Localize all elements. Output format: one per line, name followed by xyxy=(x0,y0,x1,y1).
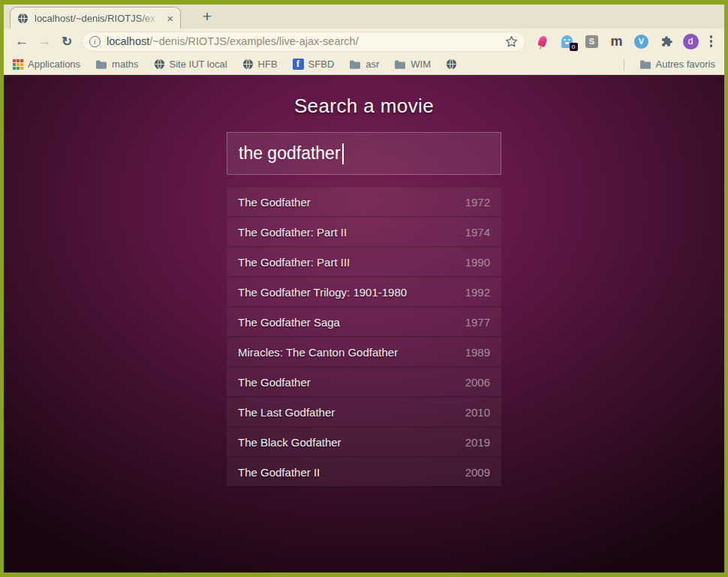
result-row[interactable]: The Godfather: Part II1974 xyxy=(227,216,501,246)
movie-title: The Godfather II xyxy=(238,466,320,479)
globe-icon xyxy=(154,59,165,70)
forward-button[interactable]: → xyxy=(34,31,55,52)
bookmark-item-hfb[interactable]: HFB xyxy=(242,59,278,70)
extension-badge: 0 xyxy=(570,43,578,51)
result-row[interactable]: The Black Godfather2019 xyxy=(227,426,501,456)
apps-grid-icon xyxy=(13,59,23,70)
folder-icon xyxy=(394,59,406,70)
movie-title: The Black Godfather xyxy=(238,436,341,449)
movie-search-input[interactable]: the godfather xyxy=(227,132,501,175)
result-row[interactable]: The Godfather1972 xyxy=(227,186,501,216)
pink-popsicle-extension-icon[interactable] xyxy=(534,32,551,50)
url-path: /~denis/RIOTJS/examples/live-ajax-search… xyxy=(149,35,358,47)
bookmarks-bar: ApplicationsmathsSite IUT localHFBfSFBDa… xyxy=(4,54,724,75)
movie-title: The Godfather xyxy=(238,376,311,389)
extension-icons: 0 S m V d xyxy=(531,32,717,50)
bookmark-label: maths xyxy=(112,59,138,70)
result-row[interactable]: The Godfather2006 xyxy=(227,366,501,396)
bookmark-label: asr xyxy=(366,59,379,70)
bookmark-star-icon[interactable] xyxy=(505,35,518,48)
movie-title: Miracles: The Canton Godfather xyxy=(238,346,398,359)
folder-icon xyxy=(95,59,107,70)
movie-title: The Godfather Saga xyxy=(238,316,340,329)
folder-icon xyxy=(639,59,651,70)
movie-year: 2010 xyxy=(465,406,490,419)
address-bar[interactable]: i localhost/~denis/RIOTJS/examples/live-… xyxy=(82,32,525,52)
tab-title: localhost/~denis/RIOTJS/ex xyxy=(35,13,161,24)
reload-button[interactable]: ↻ xyxy=(56,31,77,52)
result-row[interactable]: The Last Godfather2010 xyxy=(227,396,501,426)
movie-year: 2009 xyxy=(465,466,490,479)
bookmark-label: Site IUT local xyxy=(170,59,227,70)
tab-strip: localhost/~denis/RIOTJS/ex × + xyxy=(4,5,724,29)
browser-tab[interactable]: localhost/~denis/RIOTJS/ex × xyxy=(10,7,181,29)
other-bookmarks-label: Autres favoris xyxy=(656,59,715,70)
text-caret xyxy=(342,143,344,164)
back-button[interactable]: ← xyxy=(11,31,32,52)
new-tab-button[interactable]: + xyxy=(196,6,218,27)
browser-menu-icon[interactable] xyxy=(707,35,717,47)
result-row[interactable]: The Godfather Trilogy: 1901-19801992 xyxy=(227,276,501,306)
s-extension-icon[interactable]: S xyxy=(584,32,600,50)
url-text: localhost/~denis/RIOTJS/examples/live-aj… xyxy=(107,35,499,47)
bookmark-item-maths[interactable]: maths xyxy=(95,59,138,70)
movie-year: 1974 xyxy=(465,226,490,239)
m-extension-icon[interactable]: m xyxy=(609,32,625,50)
globe-icon xyxy=(242,59,254,70)
movie-year: 2006 xyxy=(465,376,490,389)
search-input-value: the godfather xyxy=(239,143,341,164)
movie-title: The Godfather xyxy=(238,196,311,209)
extensions-puzzle-icon[interactable] xyxy=(658,32,675,50)
bookmark-item-sfbd[interactable]: fSFBD xyxy=(293,59,335,70)
url-host: localhost xyxy=(107,35,149,47)
globe-icon xyxy=(446,59,457,70)
bookmark-item-wim[interactable]: WIM xyxy=(394,59,431,70)
movie-year: 1990 xyxy=(465,256,490,269)
movie-title: The Last Godfather xyxy=(238,406,335,419)
browser-window: localhost/~denis/RIOTJS/ex × + ← → ↻ i l… xyxy=(4,5,724,572)
movie-year: 1972 xyxy=(465,196,490,209)
bookmarks-divider xyxy=(624,59,624,71)
bookmark-label: HFB xyxy=(258,59,278,70)
profile-avatar[interactable]: d xyxy=(683,34,699,50)
movie-year: 1992 xyxy=(465,286,490,299)
tab-close-icon[interactable]: × xyxy=(167,13,173,24)
page-info-icon[interactable]: i xyxy=(89,36,101,47)
result-row[interactable]: The Godfather Saga1977 xyxy=(227,306,501,336)
movie-title: The Godfather: Part II xyxy=(238,226,347,239)
result-row[interactable]: The Godfather: Part III1990 xyxy=(227,246,501,276)
globe-favicon-icon xyxy=(17,13,29,24)
page-title: Search a movie xyxy=(227,95,501,118)
other-bookmarks-button[interactable]: Autres favoris xyxy=(639,59,715,70)
movie-title: The Godfather Trilogy: 1901-1980 xyxy=(238,286,407,299)
blue-circle-extension-icon[interactable]: V xyxy=(633,32,650,50)
facebook-icon: f xyxy=(293,59,304,70)
bookmark-item[interactable] xyxy=(446,59,457,70)
bookmark-label: Applications xyxy=(28,59,80,70)
movie-year: 1977 xyxy=(465,316,490,329)
movie-year: 2019 xyxy=(465,436,490,449)
result-row[interactable]: Miracles: The Canton Godfather1989 xyxy=(227,336,501,366)
movie-year: 1989 xyxy=(465,346,490,359)
bookmark-label: WIM xyxy=(411,59,431,70)
results-list: The Godfather1972The Godfather: Part II1… xyxy=(227,186,501,488)
bookmark-item-site-iut-local[interactable]: Site IUT local xyxy=(154,59,227,70)
web-page: Search a movie the godfather The Godfath… xyxy=(4,75,724,572)
ghost-extension-icon[interactable]: 0 xyxy=(559,32,576,50)
bookmark-label: SFBD xyxy=(308,59,335,70)
navigation-toolbar: ← → ↻ i localhost/~denis/RIOTJS/examples… xyxy=(4,29,724,54)
bookmark-item-asr[interactable]: asr xyxy=(349,59,379,70)
movie-title: The Godfather: Part III xyxy=(238,256,350,269)
bookmark-item-applications[interactable]: Applications xyxy=(13,59,80,70)
folder-icon xyxy=(349,59,361,70)
result-row[interactable]: The Godfather II2009 xyxy=(227,456,501,486)
